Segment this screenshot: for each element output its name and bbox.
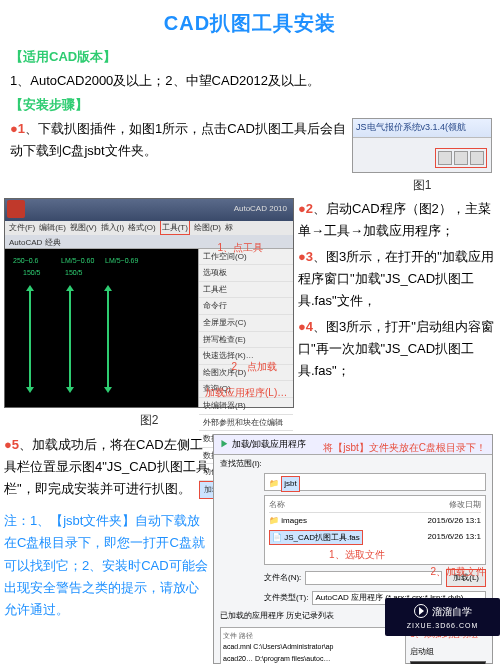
fig4-ftype-label: 文件类型(T): [264, 591, 308, 605]
fig2-app-title: AutoCAD 2010 [234, 202, 287, 216]
fig2-mnu-draw: 绘图(D) [194, 221, 221, 235]
fig4-red-top: 将【jsbt】文件夹放在C盘根目录下！ [323, 439, 486, 456]
mnu-item-5: 拼写检查(E) [199, 332, 293, 349]
install-note: 注：1、【jsbt文件夹】自动下载放在C盘根目录下，即您一打开C盘就可以找到它；… [4, 510, 209, 620]
fig4-file-row-1: 📄 JS_CAD扒图工具.fas2015/6/26 13:1 [269, 529, 481, 547]
fig2-annotation-3: 加载应用程序(L)… [205, 384, 287, 401]
step1-num: 1 [18, 121, 25, 136]
fig1-caption: 图1 [352, 175, 492, 195]
mnu-item-2: 工具栏 [199, 282, 293, 299]
step-3: ●3、图3所示，在打开的"加载应用程序窗口"加载"JS_CAD扒图工具.fas"… [298, 246, 496, 312]
fig4-loaded-cols: 文件 路径 [223, 630, 403, 642]
step1-text: 、下载扒图插件，如图1所示，点击CAD扒图工具后会自动下载到C盘jsbt文件夹。 [10, 121, 346, 158]
step4-text: 、图3所示，打开"启动组内容窗口"再一次加载"JS_CAD扒图工具.fas"； [298, 319, 494, 378]
fig2-mnu-insert: 插入(I) [101, 221, 125, 235]
step-2: ●2、启动CAD程序（图2），主菜单→工具→加载应用程序； [298, 198, 496, 242]
mnu-item-10: 外部参照和块在位编辑 [199, 415, 293, 432]
watermark-name: 溜溜自学 [432, 603, 472, 620]
fig4-lrow-1: acad20… D:\program files\autoc… [223, 653, 403, 664]
cv-lbl-4: 150/5 [65, 267, 83, 279]
step2-num: 2 [306, 201, 313, 216]
step-5: ●5、加载成功后，将在CAD左侧工具栏位置显示图4"JS_CAD扒图工具栏"，即… [4, 434, 209, 500]
fig4-loaded-list: 文件 路径 acad.mnl C:\Users\Administrator\ap… [220, 627, 406, 664]
fig4-start-label: 启动组 [410, 645, 486, 659]
fig2-ribbon: AutoCAD 2010 [5, 199, 293, 221]
mnu-item-1: 选项板 [199, 265, 293, 282]
fig4-fname-input[interactable] [305, 571, 442, 585]
figure-2: AutoCAD 2010 文件(F) 编辑(E) 视图(V) 插入(I) 格式(… [4, 198, 294, 408]
cad-version-text: 1、AutoCAD2000及以上；2、中望CAD2012及以上。 [10, 70, 496, 92]
step4-num: 4 [306, 319, 313, 334]
fig4-path-field: 📁 jsbt [264, 473, 486, 491]
fig2-mnu-edit: 编辑(E) [39, 221, 66, 235]
fig4-col-date: 修改日期 [449, 498, 481, 512]
cv-arrow-3 [107, 289, 109, 389]
step5-text: 、加载成功后，将在CAD左侧工具栏位置显示图4"JS_CAD扒图工具栏"，即完成… [4, 437, 209, 496]
fig1-window-title: JS电气报价系统v3.1.4(领航 [353, 119, 491, 137]
section-install-steps: 【安装步骤】 [10, 94, 496, 116]
step5-num: 5 [12, 437, 19, 452]
fig2-mnu-dim: 标 [225, 221, 233, 235]
section-cad-version: 【适用CAD版本】 [10, 46, 496, 68]
fig4-path-value: jsbt [281, 476, 299, 492]
cv-arrow-2 [69, 289, 71, 389]
watermark-url: ZIXUE.3D66.COM [407, 620, 479, 632]
cv-lbl-2: LM/5~0.69 [105, 255, 138, 267]
autocad-logo-icon [7, 200, 25, 218]
fig2-mnu-file: 文件(F) [9, 221, 35, 235]
page-title: CAD扒图工具安装 [0, 0, 500, 44]
fig4-file-row-0: 📁 images2015/6/26 13:1 [269, 513, 481, 529]
fig4-fname-label: 文件名(N): [264, 571, 301, 585]
fig1-highlight-icons [435, 148, 487, 168]
step3-text: 、图3所示，在打开的"加载应用程序窗口"加载"JS_CAD扒图工具.fas"文件… [298, 249, 494, 308]
fig2-mnu-view: 视图(V) [70, 221, 97, 235]
cv-lbl-1: LM/5~0.60 [61, 255, 94, 267]
fig4-red-1: 1、选取文件 [329, 549, 385, 560]
step-4: ●4、图3所示，打开"启动组内容窗口"再一次加载"JS_CAD扒图工具.fas"… [298, 316, 496, 382]
fig4-red-2: 2、加载文件 [430, 563, 486, 580]
cv-lbl-0: 250~0.6 [13, 255, 39, 267]
step3-num: 3 [306, 249, 313, 264]
fig2-canvas: 250~0.6 LM/5~0.60 LM/5~0.69 150/5 150/5 [5, 249, 198, 407]
mnu-item-4: 全屏显示(C) [199, 315, 293, 332]
fig2-mnu-format: 格式(O) [128, 221, 156, 235]
fig4-lrow-0: acad.mnl C:\Users\Administrator\ap [223, 641, 403, 653]
cv-lbl-3: 150/5 [23, 267, 41, 279]
step2-text: 、启动CAD程序（图2），主菜单→工具→加载应用程序； [298, 201, 491, 238]
fig2-annotation-2: 2、点加载 [231, 358, 277, 375]
figure-1-box: JS电气报价系统v3.1.4(领航 图1 [352, 118, 492, 195]
watermark-play-icon [414, 604, 428, 618]
fig2-mnu-tools: 工具(T) [160, 220, 190, 236]
fig2-menubar: 文件(F) 编辑(E) 视图(V) 插入(I) 格式(O) 工具(T) 绘图(D… [5, 221, 293, 235]
fig4-file-list: 名称修改日期 📁 images2015/6/26 13:1 📄 JS_CAD扒图… [264, 495, 486, 565]
fig2-annotation-1: 1、点工具 [217, 239, 263, 256]
figure-1: JS电气报价系统v3.1.4(领航 [352, 118, 492, 173]
mnu-item-3: 命令行 [199, 298, 293, 315]
fig4-path-label: 查找范围(I): [220, 457, 262, 471]
cv-arrow-1 [29, 289, 31, 389]
watermark: 溜溜自学 ZIXUE.3D66.COM [385, 598, 500, 636]
